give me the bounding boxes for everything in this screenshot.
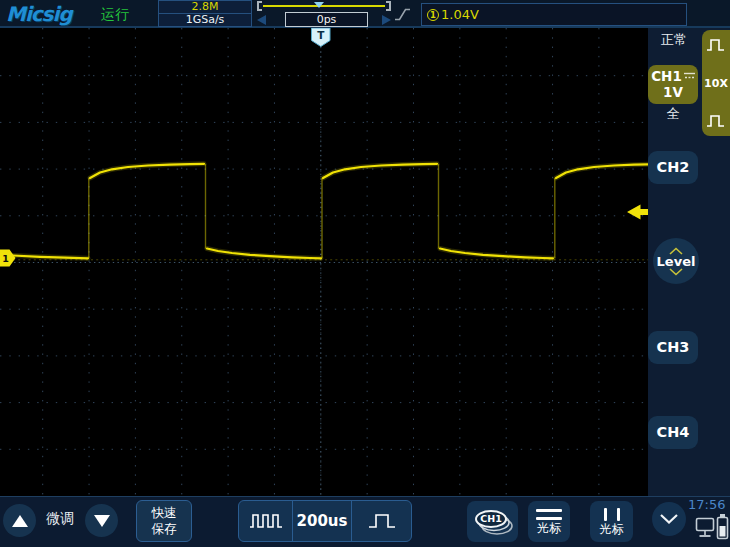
probe-settings-tab[interactable]: 10X [702,30,730,136]
h-cursor-icon [536,509,562,520]
timebase-zoom-in-button[interactable] [352,501,411,541]
hposition-right-arrow-icon[interactable] [382,15,391,25]
trigger-info-box[interactable]: 1 1.04V [421,3,687,26]
adjust-down-button[interactable] [85,504,118,537]
ch1-bandwidth-label: 全 [648,105,698,123]
timebase-control-group: 200us [238,500,412,542]
memory-bar-fill [263,5,385,7]
quick-save-button[interactable]: 快速 保存 [136,500,192,542]
chevron-down-icon [658,513,680,525]
chevron-down-icon [668,268,684,276]
memory-bar-right-cap [386,1,391,11]
vertical-cursor-button[interactable]: 光标 [590,501,633,542]
active-channel-button[interactable]: CH1 [467,501,518,542]
memory-position-bar[interactable] [257,1,391,12]
ch1-coupling-icon [684,72,695,80]
ch4-button[interactable]: CH4 [648,416,698,449]
ch3-button[interactable]: CH3 [648,331,698,364]
timebase-zoom-out-button[interactable] [239,501,293,541]
scope-canvas: T 1 [0,28,648,496]
trigger-mode-label: 正常 [648,31,700,49]
acquisition-info-box: 2.8M 1GSa/s [158,0,252,27]
monitor-icon [695,517,716,541]
sample-rate-value: 1GSa/s [159,14,251,26]
brand-logo: Micsig [6,2,72,26]
h-cursor-label: 光标 [537,522,561,535]
trigger-source-badge: 1 [427,9,439,21]
timebase-value[interactable]: 200us [293,501,352,541]
right-control-panel: 正常 10X CH1 1V 全 CH2 [648,28,730,496]
waveform-display-area: T 1 [0,28,648,496]
probe-attenuation-label: 10X [704,77,728,90]
up-triangle-icon [12,515,28,527]
top-status-bar: Micsig 运行 2.8M 1GSa/s 0ps 1 1.04V [0,0,730,28]
channel-stack-icon: CH1 [470,505,516,538]
trigger-level-button[interactable]: Level [653,238,699,284]
memory-bar-left-cap [257,1,262,11]
quick-save-line2: 保存 [152,521,177,537]
pulse-icon [706,37,726,53]
ch1-scale-value: 1V [648,84,698,100]
oscilloscope-screen: Micsig 运行 2.8M 1GSa/s 0ps 1 1.04V [0,0,730,547]
collapse-menu-button[interactable] [652,502,686,536]
horizontal-position-value[interactable]: 0ps [285,12,368,27]
pulse-icon [706,113,726,129]
down-triangle-icon [94,515,110,527]
clock-time: 17:56 [688,497,725,512]
battery-icon [716,513,729,541]
adjust-up-button[interactable] [3,504,36,537]
trigger-slope-rising-icon[interactable] [394,7,411,22]
level-label: Level [657,255,696,268]
trigger-level-value: 1.04V [441,7,479,22]
quick-save-line1: 快速 [152,505,177,521]
window-position-marker-icon[interactable] [314,2,324,8]
ch1-ground-marker[interactable]: 1 [0,250,16,267]
svg-text:T: T [317,29,325,41]
fine-adjust-label: 微调 [46,510,74,528]
ch1-label: CH1 [651,68,682,84]
multi-pulse-icon [248,511,284,531]
v-cursor-icon [604,508,620,521]
ch1-scale-button[interactable]: CH1 1V [648,65,698,104]
hposition-left-arrow-icon[interactable] [257,15,266,25]
v-cursor-label: 光标 [600,523,624,536]
ch2-button[interactable]: CH2 [648,151,698,184]
bottom-toolbar: 微调 快速 保存 200us [0,496,730,547]
svg-text:1: 1 [2,253,9,264]
trigger-level-arrow-icon[interactable] [627,205,648,220]
run-status-label: 运行 [101,6,129,24]
single-pulse-icon [367,511,397,531]
trigger-position-marker[interactable]: T [312,28,331,47]
svg-text:CH1: CH1 [480,513,502,524]
graticule-grid [0,28,648,496]
horizontal-cursor-button[interactable]: 光标 [528,501,570,542]
